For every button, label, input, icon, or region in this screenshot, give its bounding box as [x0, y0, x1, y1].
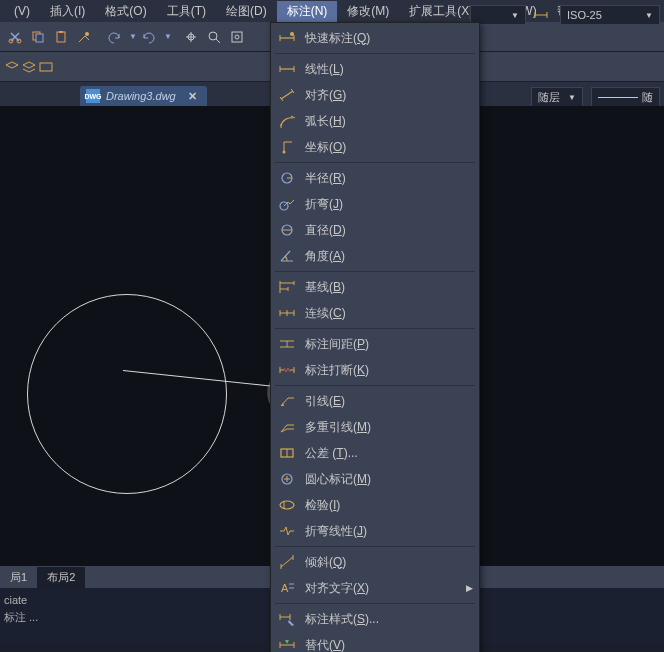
joglinear-icon: [275, 522, 299, 540]
textalign-icon: A: [275, 579, 299, 597]
svg-line-23: [281, 91, 293, 99]
circle-entity[interactable]: [27, 294, 227, 494]
menu-item-label: 坐标(O): [305, 139, 346, 156]
menu-item-baseline[interactable]: 基线(B): [271, 274, 479, 300]
menu-item-quickdim[interactable]: 快速标注(Q): [271, 25, 479, 51]
aligned-icon: [275, 86, 299, 104]
menu-draw[interactable]: 绘图(D): [216, 1, 277, 22]
menu-tools[interactable]: 工具(T): [157, 1, 216, 22]
menu-item-inspect[interactable]: 检验(I): [271, 492, 479, 518]
menu-item-angular[interactable]: 角度(A): [271, 243, 479, 269]
undo-button[interactable]: [103, 26, 125, 48]
menu-item-center[interactable]: 圆心标记(M): [271, 466, 479, 492]
menu-item-label: 倾斜(Q): [305, 554, 346, 571]
document-title: Drawing3.dwg: [106, 90, 176, 102]
layout-tab-1[interactable]: 局1: [0, 567, 37, 588]
continue-icon: [275, 304, 299, 322]
menu-item-label: 标注间距(P): [305, 336, 369, 353]
break-icon: [275, 361, 299, 379]
paste-button[interactable]: [50, 26, 72, 48]
menu-item-label: 直径(D): [305, 222, 346, 239]
pan-button[interactable]: [180, 26, 202, 48]
menu-item-textalign[interactable]: A对齐文字(X)▶: [271, 575, 479, 601]
menu-item-label: 标注打断(K): [305, 362, 369, 379]
svg-rect-5: [59, 31, 63, 33]
arc-icon: [275, 112, 299, 130]
menu-item-break[interactable]: 标注打断(K): [271, 357, 479, 383]
menu-item-arc[interactable]: 弧长(H): [271, 108, 479, 134]
menu-item-override[interactable]: 替代(V): [271, 632, 479, 652]
menu-item-dimstyle[interactable]: 标注样式(S)...: [271, 606, 479, 632]
submenu-arrow-icon: ▶: [466, 583, 473, 593]
menu-separator: [275, 546, 475, 547]
menu-item-label: 替代(V): [305, 637, 345, 653]
oblique-icon: [275, 553, 299, 571]
menu-item-mleader[interactable]: 多重引线(M): [271, 414, 479, 440]
redo-button[interactable]: [138, 26, 160, 48]
menu-item-leader[interactable]: 引线(E): [271, 388, 479, 414]
menu-item-radius[interactable]: 半径(R): [271, 165, 479, 191]
svg-point-30: [283, 151, 286, 154]
svg-rect-4: [57, 32, 65, 42]
space-icon: [275, 335, 299, 353]
menu-item-joglinear[interactable]: 折弯线性(J): [271, 518, 479, 544]
dwg-file-icon: DWG: [86, 89, 100, 103]
dimstyle-icon: [275, 610, 299, 628]
menu-format[interactable]: 格式(O): [95, 1, 156, 22]
menu-separator: [275, 53, 475, 54]
zoom-window-button[interactable]: [226, 26, 248, 48]
menu-item-tolerance[interactable]: 公差 (T)...: [271, 440, 479, 466]
layer-tool-3[interactable]: [38, 60, 54, 74]
copy-button[interactable]: [27, 26, 49, 48]
menu-item-space[interactable]: 标注间距(P): [271, 331, 479, 357]
document-tab[interactable]: DWG Drawing3.dwg ✕: [80, 86, 207, 106]
menu-item-linear[interactable]: 线性(L): [271, 56, 479, 82]
mleader-icon: [275, 418, 299, 436]
svg-point-19: [290, 32, 294, 36]
menu-separator: [275, 271, 475, 272]
menu-item-label: 公差 (T)...: [305, 445, 358, 462]
menu-view[interactable]: (V): [4, 2, 40, 20]
dim-style-combo[interactable]: ISO-25▼: [560, 5, 660, 25]
menu-item-jogged[interactable]: 折弯(J): [271, 191, 479, 217]
menu-item-label: 角度(A): [305, 248, 345, 265]
menu-item-label: 引线(E): [305, 393, 345, 410]
menu-insert[interactable]: 插入(I): [40, 1, 95, 22]
menu-separator: [275, 162, 475, 163]
dimension-menu-dropdown: 快速标注(Q)线性(L)对齐(G)弧长(H)坐标(O)半径(R)折弯(J)直径(…: [270, 22, 480, 652]
undo-dropdown-icon[interactable]: ▼: [126, 32, 137, 41]
menu-separator: [275, 603, 475, 604]
jogged-icon: [275, 195, 299, 213]
radius-icon: [275, 169, 299, 187]
svg-point-58: [280, 501, 294, 509]
menu-dimension[interactable]: 标注(N): [277, 1, 338, 22]
menu-item-label: 基线(B): [305, 279, 345, 296]
quickdim-icon: [275, 29, 299, 47]
svg-line-62: [281, 557, 293, 567]
match-button[interactable]: [73, 26, 95, 48]
menu-item-diameter[interactable]: 直径(D): [271, 217, 479, 243]
menu-item-label: 折弯(J): [305, 196, 343, 213]
layer-hint-combo[interactable]: 随层▼: [531, 87, 583, 107]
toolbar-right: ▼ ISO-25▼: [466, 0, 664, 30]
menu-item-continue[interactable]: 连续(C): [271, 300, 479, 326]
cut-button[interactable]: [4, 26, 26, 48]
dim-linear-icon[interactable]: [530, 4, 552, 26]
layout-tab-2[interactable]: 布局2: [37, 567, 85, 588]
svg-rect-3: [36, 34, 43, 42]
menu-modify[interactable]: 修改(M): [337, 1, 399, 22]
layer-tool-1[interactable]: [4, 60, 20, 74]
menu-item-aligned[interactable]: 对齐(G): [271, 82, 479, 108]
svg-rect-15: [40, 63, 52, 71]
ordinate-icon: [275, 138, 299, 156]
menu-item-label: 线性(L): [305, 61, 344, 78]
linetype-combo[interactable]: 随: [591, 87, 660, 107]
menu-item-ordinate[interactable]: 坐标(O): [271, 134, 479, 160]
menu-item-label: 多重引线(M): [305, 419, 371, 436]
menu-item-oblique[interactable]: 倾斜(Q): [271, 549, 479, 575]
redo-dropdown-icon[interactable]: ▼: [161, 32, 172, 41]
close-tab-button[interactable]: ✕: [188, 90, 197, 103]
menu-item-label: 快速标注(Q): [305, 30, 370, 47]
zoom-realtime-button[interactable]: [203, 26, 225, 48]
layer-tool-2[interactable]: [21, 60, 37, 74]
